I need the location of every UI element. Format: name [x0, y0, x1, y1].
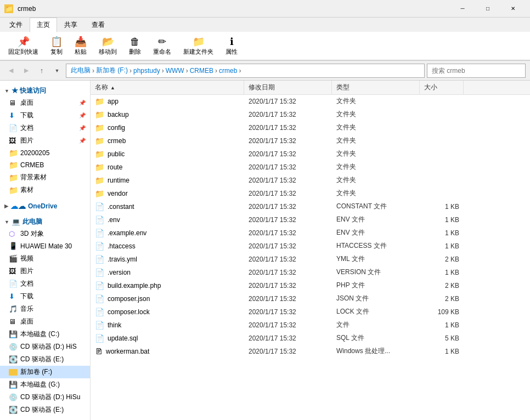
table-row[interactable]: 📄 think 2020/1/17 15:32 文件 1 KB	[91, 319, 530, 332]
tab-file[interactable]: 文件	[2, 18, 30, 32]
file-date: 2020/1/17 15:32	[244, 253, 332, 265]
table-row[interactable]: 🖹 workerman.bat 2020/1/17 15:32 Windows …	[91, 345, 530, 358]
file-icon: 📁	[95, 150, 104, 158]
sidebar-item-drive-f[interactable]: 新加卷 (F:)	[0, 366, 90, 378]
breadcrumb-item-www[interactable]: WWW	[166, 67, 184, 75]
table-row[interactable]: 📁 route 2020/1/17 15:32 文件夹	[91, 161, 530, 174]
table-row[interactable]: 📁 crmeb 2020/1/17 15:32 文件夹	[91, 134, 530, 147]
paste-button[interactable]: 📥 粘贴	[71, 34, 91, 58]
tab-home[interactable]: 主页	[30, 18, 57, 32]
table-row[interactable]: 📄 composer.json 2020/1/17 15:32 JSON 文件 …	[91, 292, 530, 305]
sidebar-item-documents[interactable]: 文档	[0, 277, 90, 290]
breadcrumb-item-crmeb2[interactable]: crmeb	[219, 67, 237, 75]
table-row[interactable]: 📁 public 2020/1/17 15:32 文件夹	[91, 147, 530, 161]
table-row[interactable]: 📄 composer.lock 2020/1/17 15:32 LOCK 文件 …	[91, 305, 530, 319]
move-button[interactable]: 📂 移动到	[95, 34, 121, 58]
breadcrumb-item-f[interactable]: 新加卷 (F:)	[96, 66, 128, 75]
forward-button[interactable]: ▶	[20, 64, 33, 77]
sidebar-item-20200205[interactable]: 20200205	[0, 147, 90, 159]
sidebar-item-drive-d2[interactable]: CD 驱动器 (D:) HiSu	[0, 391, 90, 404]
sidebar-item-doc[interactable]: 文档 📌	[0, 122, 90, 134]
desktop-icon	[9, 99, 18, 107]
col-header-type[interactable]: 类型	[332, 81, 420, 94]
up-button[interactable]: ↑	[35, 64, 48, 77]
minimize-button[interactable]: ─	[450, 0, 475, 18]
delete-button[interactable]: 🗑 删除	[125, 35, 145, 58]
table-row[interactable]: 📄 .constant 2020/1/17 15:32 CONSTANT 文件 …	[91, 200, 530, 213]
drive-c-icon	[9, 330, 18, 339]
sidebar-item-drive-e[interactable]: CD 驱动器 (E:)	[0, 353, 90, 366]
file-type: Windows 批处理...	[332, 345, 420, 357]
file-icon: 📄	[95, 334, 104, 343]
sidebar-section-onedrive[interactable]: ▶ ☁ OneDrive	[0, 198, 90, 212]
sidebar-item-desktop2[interactable]: 桌面	[0, 315, 90, 328]
sidebar-label-downloads: 下载	[20, 292, 33, 301]
breadcrumb[interactable]: 此电脑 › 新加卷 (F:) › phpstudy › WWW › CRMEB …	[66, 64, 425, 78]
table-row[interactable]: 📄 .example.env 2020/1/17 15:32 ENV 文件 1 …	[91, 226, 530, 240]
sidebar-item-3d[interactable]: 3D 对象	[0, 228, 90, 240]
maximize-button[interactable]: □	[475, 0, 500, 18]
sidebar-item-music[interactable]: 音乐	[0, 303, 90, 315]
file-icon: 📄	[95, 202, 104, 211]
pin-to-quickaccess-button[interactable]: 📌 固定到快速	[4, 34, 42, 58]
folder-icon-4	[9, 186, 18, 195]
table-row[interactable]: 📁 backup 2020/1/17 15:32 文件夹	[91, 108, 530, 121]
breadcrumb-item-crmeb[interactable]: CRMEB	[190, 67, 213, 75]
file-icon: 📄	[95, 215, 104, 224]
file-icon: 🖹	[95, 347, 103, 356]
sidebar-item-pictures[interactable]: 图片	[0, 265, 90, 277]
sidebar-item-drive-c[interactable]: 本地磁盘 (C:)	[0, 328, 90, 340]
sidebar-item-pic[interactable]: 图片 📌	[0, 134, 90, 147]
sidebar-item-download[interactable]: 下载 📌	[0, 109, 90, 122]
sidebar-label-desktop: 桌面	[20, 98, 33, 107]
sidebar-label-20200205: 20200205	[20, 149, 49, 157]
col-header-size[interactable]: 大小	[420, 81, 464, 94]
table-row[interactable]: 📄 .htaccess 2020/1/17 15:32 HTACCESS 文件 …	[91, 240, 530, 253]
col-header-name[interactable]: 名称 ▲	[91, 81, 244, 94]
quickaccess-label: ★ 快速访问	[12, 86, 46, 95]
copy-button[interactable]: 📋 复制	[47, 34, 66, 58]
sidebar-item-downloads[interactable]: 下载	[0, 290, 90, 303]
breadcrumb-item-phpstudy[interactable]: phpstudy	[133, 67, 160, 75]
sidebar-item-bgmaterial[interactable]: 背景素材	[0, 171, 90, 184]
sidebar-item-desktop[interactable]: 桌面 📌	[0, 97, 90, 109]
tab-view[interactable]: 查看	[84, 18, 112, 32]
file-size: 1 KB	[420, 200, 464, 213]
properties-button[interactable]: ℹ 属性	[222, 34, 241, 58]
sidebar-section-pc[interactable]: ▼ 此电脑	[0, 214, 90, 228]
sidebar-label-pic: 图片	[20, 136, 33, 145]
sidebar-item-drive-e2[interactable]: CD 驱动器 (E:)	[0, 404, 90, 416]
table-row[interactable]: 📄 .version 2020/1/17 15:32 VERSION 文件 1 …	[91, 266, 530, 279]
tab-share[interactable]: 共享	[57, 18, 84, 32]
col-header-date[interactable]: 修改日期	[244, 81, 332, 94]
search-input[interactable]	[427, 64, 526, 78]
file-date: 2020/1/17 15:32	[244, 345, 332, 357]
breadcrumb-item-pc[interactable]: 此电脑	[71, 66, 91, 75]
table-row[interactable]: 📄 update.sql 2020/1/17 15:32 SQL 文件 5 KB	[91, 332, 530, 345]
table-row[interactable]: 📁 app 2020/1/17 15:32 文件夹	[91, 95, 530, 108]
sidebar-item-drive-d[interactable]: CD 驱动器 (D:) HiS	[0, 340, 90, 353]
close-button[interactable]: ✕	[500, 0, 526, 18]
file-date: 2020/1/17 15:32	[244, 200, 332, 213]
sidebar-item-crmeb[interactable]: CRMEB	[0, 159, 90, 171]
new-folder-button[interactable]: 📁 新建文件夹	[179, 34, 217, 58]
table-row[interactable]: 📄 .travis.yml 2020/1/17 15:32 YML 文件 2 K…	[91, 253, 530, 266]
sidebar: ▼ ★ 快速访问 桌面 📌 下载 📌 文档 📌 图片 📌 20200205	[0, 81, 91, 420]
sidebar-item-drive-g[interactable]: 本地磁盘 (G:)	[0, 378, 90, 391]
back-button[interactable]: ◀	[4, 64, 18, 77]
table-row[interactable]: 📄 build.example.php 2020/1/17 15:32 PHP …	[91, 279, 530, 292]
table-row[interactable]: 📁 vendor 2020/1/17 15:32 文件夹	[91, 187, 530, 200]
recent-locations-button[interactable]: ▼	[50, 64, 64, 77]
sidebar-item-huawei[interactable]: HUAWEI Mate 30	[0, 240, 90, 252]
sidebar-item-material[interactable]: 素材	[0, 184, 90, 196]
rename-button[interactable]: ✏ 重命名	[149, 34, 175, 58]
file-type: PHP 文件	[332, 279, 420, 292]
table-row[interactable]: 📁 runtime 2020/1/17 15:32 文件夹	[91, 174, 530, 187]
sidebar-item-video[interactable]: 视频	[0, 252, 90, 265]
sidebar-section-quickaccess[interactable]: ▼ ★ 快速访问	[0, 83, 90, 97]
sidebar-label-download: 下载	[20, 111, 33, 120]
table-row[interactable]: 📄 .env 2020/1/17 15:32 ENV 文件 1 KB	[91, 213, 530, 226]
file-name: .constant	[108, 203, 134, 211]
table-row[interactable]: 📁 config 2020/1/17 15:32 文件夹	[91, 121, 530, 134]
downloads-icon	[9, 292, 18, 301]
